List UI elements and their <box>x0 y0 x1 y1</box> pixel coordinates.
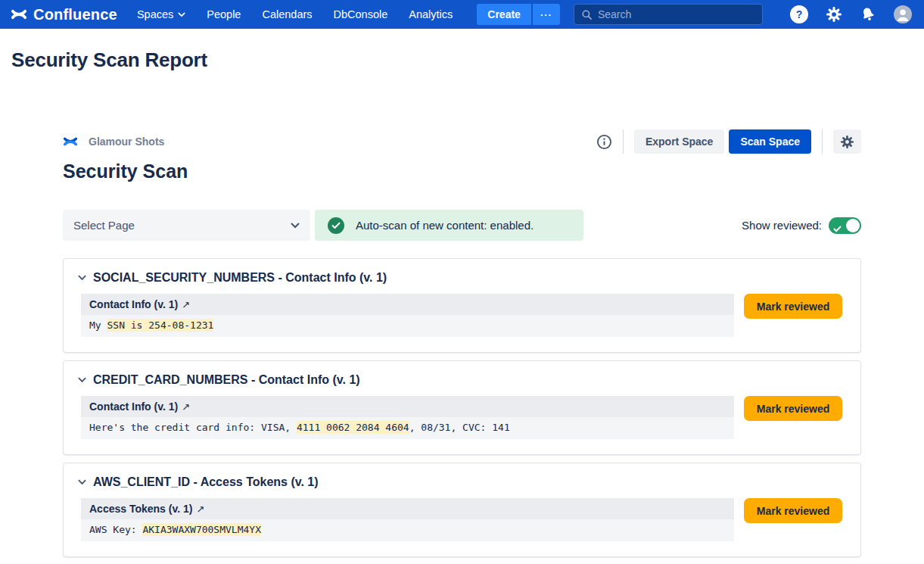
more-icon[interactable]: ··· <box>533 4 560 25</box>
snippet-pre: AWS Key: <box>89 524 142 535</box>
confluence-logo-icon <box>11 6 27 23</box>
gear-icon <box>840 135 854 149</box>
collapse-chevron-icon[interactable] <box>78 377 86 383</box>
finding-body: Contact Info (v. 1) ↗ My SSN is 254-08-1… <box>81 294 842 337</box>
finding-title: CREDIT_CARD_NUMBERS - Contact Info (v. 1… <box>93 373 360 387</box>
finding-title-row: CREDIT_CARD_NUMBERS - Contact Info (v. 1… <box>76 370 842 396</box>
finding-body: Contact Info (v. 1) ↗ Here's the credit … <box>81 396 842 439</box>
toggle-knob <box>846 219 860 232</box>
search-box[interactable] <box>574 4 763 25</box>
nav-item-label: People <box>207 8 241 20</box>
chevron-down-icon <box>291 223 300 229</box>
create-button[interactable]: Create <box>477 4 531 25</box>
mark-reviewed-button[interactable]: Mark reviewed <box>744 396 842 421</box>
nav-item-label: Analytics <box>409 8 453 20</box>
finding-source-label: Access Tokens (v. 1) <box>89 503 192 515</box>
space-name: Glamour Shots <box>89 136 164 148</box>
findings-list: SOCIAL_SECURITY_NUMBERS - Contact Info (… <box>63 258 861 557</box>
macro-actions: Export Space Scan Space <box>596 129 861 154</box>
scan-space-button[interactable]: Scan Space <box>729 129 811 154</box>
highlighted-match: SSN is 254-08-1231 <box>107 319 213 332</box>
create-split-button: Create ··· <box>477 4 560 25</box>
select-page-dropdown[interactable]: Select Page <box>63 210 310 241</box>
nav-item-analytics[interactable]: Analytics <box>409 8 453 20</box>
nav-menu: Spaces People Calendars DbConsole Analyt… <box>137 8 453 20</box>
nav-item-label: Spaces <box>137 8 173 20</box>
external-link-icon: ↗ <box>182 299 190 310</box>
success-check-icon <box>328 217 344 234</box>
finding-card-credit-card: CREDIT_CARD_NUMBERS - Contact Info (v. 1… <box>63 360 861 455</box>
brand-name: Confluence <box>33 6 117 23</box>
nav-icon-group: ? <box>790 5 912 23</box>
finding-source-bar: Contact Info (v. 1) ↗ <box>81 396 734 417</box>
macro-header-left: Glamour Shots Security Scan <box>63 132 188 182</box>
finding-snippet: AWS Key: AKIA3WAXW700SMVLM4YX <box>81 519 734 541</box>
nav-item-people[interactable]: People <box>207 8 241 20</box>
snippet-pre: My <box>89 319 107 331</box>
space-logo-icon <box>63 134 78 149</box>
finding-main: Access Tokens (v. 1) ↗ AWS Key: AKIA3WAX… <box>81 498 734 541</box>
search-icon <box>581 9 593 20</box>
finding-source-link[interactable]: Access Tokens (v. 1) ↗ <box>89 503 204 515</box>
divider <box>822 129 823 154</box>
nav-item-spaces[interactable]: Spaces <box>137 8 185 20</box>
finding-title: AWS_CLIENT_ID - Access Tokens (v. 1) <box>93 475 319 489</box>
finding-source-bar: Contact Info (v. 1) ↗ <box>81 294 734 315</box>
external-link-icon: ↗ <box>196 503 204 515</box>
notifications-bell-icon[interactable] <box>857 4 879 25</box>
chevron-down-icon <box>178 12 185 17</box>
macro-header: Glamour Shots Security Scan Export Space… <box>63 132 861 182</box>
finding-source-link[interactable]: Contact Info (v. 1) ↗ <box>89 298 190 310</box>
finding-title: SOCIAL_SECURITY_NUMBERS - Contact Info (… <box>93 271 387 285</box>
breadcrumb: Glamour Shots <box>63 132 188 151</box>
macro-heading: Security Scan <box>63 160 188 182</box>
macro-settings-button[interactable] <box>833 129 861 154</box>
info-icon[interactable] <box>596 134 612 150</box>
avatar[interactable] <box>894 5 912 23</box>
top-nav: Confluence Spaces People Calendars DbCon… <box>0 0 924 29</box>
finding-card-aws-key: AWS_CLIENT_ID - Access Tokens (v. 1) Acc… <box>63 463 861 557</box>
select-page-value: Select Page <box>73 219 135 232</box>
finding-snippet: Here's the credit card info: VISA, 4111 … <box>81 417 734 439</box>
snippet-pre: Here's the credit card info: VISA, <box>89 422 297 433</box>
auto-scan-banner-text: Auto-scan of new content: enabled. <box>356 219 534 232</box>
show-reviewed-label: Show reviewed: <box>742 219 822 232</box>
highlighted-match: AKIA3WAXW700SMVLM4YX <box>142 523 261 536</box>
nav-item-calendars[interactable]: Calendars <box>262 8 312 20</box>
settings-gear-icon[interactable] <box>826 6 842 23</box>
toggle-check-icon <box>833 222 842 235</box>
finding-main: Contact Info (v. 1) ↗ My SSN is 254-08-1… <box>81 294 734 337</box>
show-reviewed-group: Show reviewed: <box>742 217 861 234</box>
external-link-icon: ↗ <box>182 401 190 413</box>
page-title: Security Scan Report <box>11 48 924 72</box>
collapse-chevron-icon[interactable] <box>78 479 86 485</box>
nav-item-dbconsole[interactable]: DbConsole <box>334 8 388 20</box>
mark-reviewed-button[interactable]: Mark reviewed <box>744 498 842 523</box>
auto-scan-banner: Auto-scan of new content: enabled. <box>315 210 583 241</box>
search-input[interactable] <box>598 8 755 20</box>
finding-title-row: AWS_CLIENT_ID - Access Tokens (v. 1) <box>76 472 842 498</box>
nav-item-label: DbConsole <box>334 8 388 20</box>
finding-source-bar: Access Tokens (v. 1) ↗ <box>81 498 734 519</box>
finding-card-ssn: SOCIAL_SECURITY_NUMBERS - Contact Info (… <box>63 258 861 353</box>
finding-body: Access Tokens (v. 1) ↗ AWS Key: AKIA3WAX… <box>81 498 842 541</box>
security-scan-macro: Glamour Shots Security Scan Export Space… <box>63 132 861 557</box>
export-space-button[interactable]: Export Space <box>634 129 724 154</box>
highlighted-match: 4111 0062 2084 4604 <box>297 421 409 434</box>
finding-main: Contact Info (v. 1) ↗ Here's the credit … <box>81 396 734 439</box>
controls-row: Select Page Auto-scan of new content: en… <box>63 210 861 241</box>
finding-source-link[interactable]: Contact Info (v. 1) ↗ <box>89 400 190 413</box>
space-action-buttons: Export Space Scan Space <box>634 129 811 154</box>
confluence-home-link[interactable]: Confluence <box>11 6 117 23</box>
collapse-chevron-icon[interactable] <box>78 275 86 281</box>
divider <box>623 129 624 154</box>
finding-title-row: SOCIAL_SECURITY_NUMBERS - Contact Info (… <box>76 268 842 294</box>
snippet-post: , 08/31, CVC: 141 <box>409 422 510 433</box>
nav-item-label: Calendars <box>262 8 312 20</box>
help-icon[interactable]: ? <box>790 5 808 23</box>
finding-snippet: My SSN is 254-08-1231 <box>81 315 734 337</box>
finding-source-label: Contact Info (v. 1) <box>89 298 178 310</box>
show-reviewed-toggle[interactable] <box>829 217 861 234</box>
finding-source-label: Contact Info (v. 1) <box>89 400 178 413</box>
mark-reviewed-button[interactable]: Mark reviewed <box>744 294 842 319</box>
